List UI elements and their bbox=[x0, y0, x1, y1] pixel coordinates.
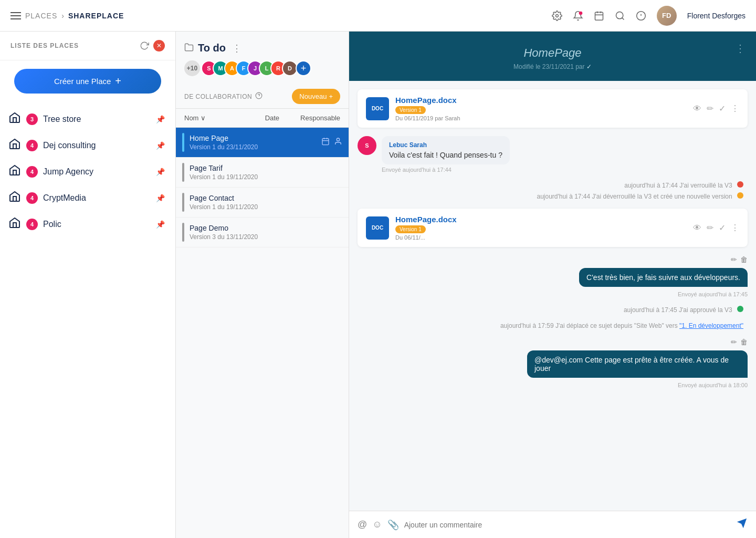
doc-calendar-icon[interactable] bbox=[321, 137, 330, 148]
edit-doc-button[interactable]: ✏ bbox=[707, 104, 713, 113]
nav-left: PLACES › SHAREPLACE bbox=[10, 12, 124, 20]
sidebar-title: LISTE DES PLACES bbox=[10, 42, 79, 49]
pin-icon-crypt[interactable]: 📌 bbox=[156, 194, 165, 202]
doc-item-tarif[interactable]: Page Tarif Version 1 du 19/11/2020 bbox=[176, 158, 349, 188]
pin-icon-polic[interactable]: 📌 bbox=[156, 220, 165, 229]
doc-info-2: Page Tarif Version 1 du 19/11/2020 bbox=[190, 164, 342, 181]
svg-line-7 bbox=[622, 17, 624, 19]
info-icon[interactable] bbox=[636, 11, 646, 21]
notification-icon[interactable] bbox=[573, 11, 583, 21]
chat-timestamp-1: Envoyé aujourd'hui à 17:44 bbox=[382, 167, 510, 173]
collab-text: DE COLLABORATION bbox=[184, 93, 252, 100]
pin-icon-dej[interactable]: 📌 bbox=[156, 141, 165, 150]
chat-input[interactable] bbox=[404, 521, 731, 529]
more-doc-button-2[interactable]: ⋮ bbox=[731, 223, 739, 233]
delete-message-icon-2[interactable]: 🗑 bbox=[740, 338, 748, 346]
nav-shareplace-label: SHAREPLACE bbox=[68, 12, 124, 20]
place-name-tree-store: Tree store bbox=[43, 115, 156, 124]
collab-help-icon[interactable] bbox=[255, 92, 262, 101]
chat-send-button[interactable] bbox=[736, 518, 748, 532]
add-member-button[interactable]: + bbox=[296, 60, 311, 76]
doc-item-demo[interactable]: Page Demo Version 3 du 13/11/2020 bbox=[176, 218, 349, 247]
doc-color-bar-4 bbox=[182, 223, 184, 242]
nav-places-label: PLACES bbox=[25, 12, 57, 20]
edit-delete-icons-2: ✏ 🗑 bbox=[731, 338, 748, 346]
doc-color-bar-3 bbox=[182, 193, 184, 212]
displaced-link[interactable]: "1. En développement" bbox=[679, 322, 743, 329]
doc-card-info-1: HomePage.docx Version 1 Du 06/11/2019 pa… bbox=[395, 96, 687, 121]
view-doc-button-2[interactable]: 👁 bbox=[693, 223, 701, 233]
place-home-icon-4 bbox=[8, 190, 21, 206]
edit-message-icon-1[interactable]: ✏ bbox=[731, 255, 737, 264]
edit-doc-button-2[interactable]: ✏ bbox=[707, 223, 713, 233]
top-nav: PLACES › SHAREPLACE FD Florent Desforges bbox=[0, 0, 756, 32]
view-doc-button[interactable]: 👁 bbox=[693, 104, 701, 113]
delete-message-icon-1[interactable]: 🗑 bbox=[740, 255, 748, 264]
doc-name-1: Home Page bbox=[190, 134, 321, 142]
place-item-cryptmedia[interactable]: 4 CryptMedia 📌 bbox=[0, 185, 175, 211]
chat-timestamp-right-2: Envoyé aujourd'hui à 18:00 bbox=[678, 382, 748, 388]
activity-line-1: aujourd'hui à 17:44 J'ai verrouillé la V… bbox=[358, 181, 748, 189]
chat-bubble-1: Lebuc Sarah Voila c'est fait ! Quand pen… bbox=[382, 136, 510, 164]
doc-item-homepage[interactable]: Home Page Version 1 du 23/11/2020 bbox=[176, 128, 349, 158]
place-item-polic[interactable]: 4 Polic 📌 bbox=[0, 211, 175, 237]
doc-item-contact[interactable]: Page Contact Version 1 du 19/11/2020 bbox=[176, 188, 349, 218]
doc-icons-1 bbox=[321, 137, 342, 148]
settings-icon[interactable] bbox=[552, 11, 562, 21]
mention-icon[interactable]: @ bbox=[358, 519, 367, 530]
doc-user-icon[interactable] bbox=[334, 137, 342, 148]
chat-timestamp-right-1: Envoyé aujourd'hui à 17:45 bbox=[678, 291, 748, 297]
col-date-header: Date bbox=[265, 114, 279, 122]
chat-message-right-2: ✏ 🗑 @dev@ej.com Cette page est prête à ê… bbox=[358, 338, 748, 388]
pin-icon-jump[interactable]: 📌 bbox=[156, 168, 165, 176]
approve-doc-button-2[interactable]: ✓ bbox=[719, 223, 726, 233]
pin-icon-tree-store[interactable]: 📌 bbox=[156, 115, 165, 123]
right-panel: HomePage Modifié le 23/11/2021 par ✓ ⋮ D… bbox=[349, 32, 756, 538]
col-nom-header[interactable]: Nom ∨ bbox=[184, 114, 244, 122]
create-place-button[interactable]: Créer une Place + bbox=[14, 69, 161, 94]
homepage-header: HomePage Modifié le 23/11/2021 par ✓ ⋮ bbox=[349, 32, 756, 81]
doc-thumb-1: DOC bbox=[366, 97, 389, 120]
calendar-icon[interactable] bbox=[594, 11, 604, 21]
doc-card-name-1: HomePage.docx bbox=[395, 96, 687, 105]
chat-input-icons: @ ☺ 📎 bbox=[358, 519, 399, 531]
sidebar: LISTE DES PLACES ✕ Créer une Place + 3 T… bbox=[0, 32, 176, 538]
place-item-jump-agency[interactable]: 4 Jump Agency 📌 bbox=[0, 159, 175, 185]
hamburger-menu[interactable] bbox=[10, 12, 21, 19]
doc-version-4: Version 3 du 13/11/2020 bbox=[190, 233, 342, 241]
search-icon[interactable] bbox=[615, 11, 625, 21]
attach-icon[interactable]: 📎 bbox=[387, 519, 399, 531]
approve-doc-button[interactable]: ✓ bbox=[719, 104, 726, 113]
edit-message-icon-2[interactable]: ✏ bbox=[731, 338, 737, 346]
avatars-row: +10 S M A F J L R D + bbox=[176, 60, 349, 85]
doc-info-4: Page Demo Version 3 du 13/11/2020 bbox=[190, 224, 342, 241]
locked-dot-1 bbox=[737, 181, 743, 188]
close-sidebar-button[interactable]: ✕ bbox=[153, 40, 165, 51]
chat-bubble-right-1: C'est très bien, je fais suivre aux déve… bbox=[579, 268, 748, 287]
emoji-icon[interactable]: ☺ bbox=[372, 519, 382, 530]
approved-dot bbox=[737, 306, 743, 312]
chat-input-area: @ ☺ 📎 bbox=[349, 511, 756, 538]
svg-rect-2 bbox=[595, 12, 603, 20]
more-doc-button[interactable]: ⋮ bbox=[731, 104, 739, 113]
avatar-stack: S M A F J L R D + bbox=[201, 60, 311, 76]
chat-message-right-1: ✏ 🗑 C'est très bien, je fais suivre aux … bbox=[358, 255, 748, 297]
todo-menu-icon[interactable]: ⋮ bbox=[232, 43, 242, 54]
place-item-dej-consulting[interactable]: 4 Dej consulting 📌 bbox=[0, 132, 175, 159]
todo-title: To do bbox=[198, 42, 226, 54]
doc-info-3: Page Contact Version 1 du 19/11/2020 bbox=[190, 194, 342, 211]
todo-header: To do ⋮ bbox=[176, 32, 349, 60]
place-badge-crypt: 4 bbox=[26, 192, 38, 204]
sidebar-header: LISTE DES PLACES ✕ bbox=[0, 32, 175, 60]
place-item-tree-store[interactable]: 3 Tree store 📌 bbox=[0, 106, 175, 132]
chat-bubble-container-1: Lebuc Sarah Voila c'est fait ! Quand pen… bbox=[382, 136, 510, 173]
sidebar-refresh-icon[interactable] bbox=[140, 41, 149, 50]
col-responsable-header: Responsable bbox=[300, 114, 340, 122]
svg-point-17 bbox=[337, 138, 339, 141]
homepage-menu-icon[interactable]: ⋮ bbox=[735, 42, 746, 55]
doc-color-bar-1 bbox=[182, 133, 184, 152]
place-badge-dej: 4 bbox=[26, 140, 38, 151]
nouveau-button[interactable]: Nouveau + bbox=[292, 89, 340, 104]
user-avatar[interactable]: FD bbox=[657, 6, 677, 26]
place-badge-tree-store: 3 bbox=[26, 113, 38, 125]
